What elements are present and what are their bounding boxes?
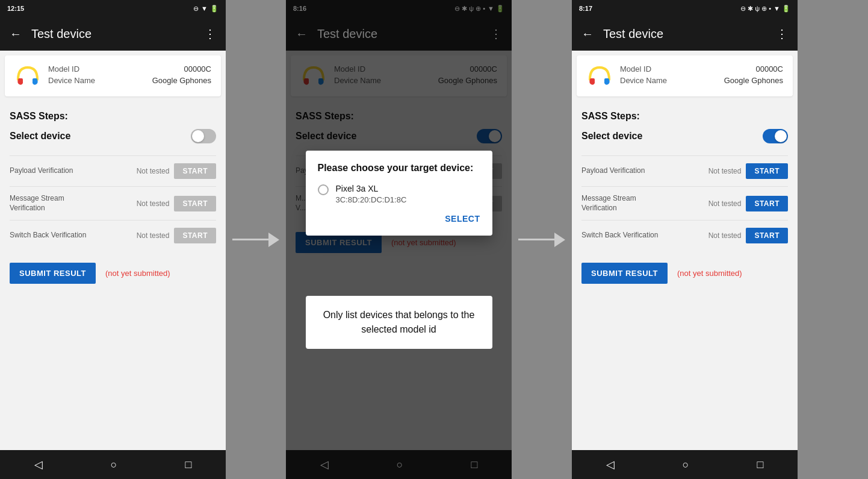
- app-title-3: Test device: [603, 27, 766, 41]
- main-container: 12:15 ⊖ ▼ 🔋 ← Test device ⋮: [0, 0, 868, 479]
- arrow-body-2: [518, 239, 554, 240]
- device-chooser-dialog: Please choose your target device: Pixel …: [306, 151, 492, 236]
- submit-row-1: SUBMIT RESULT (not yet submitted): [10, 263, 216, 284]
- submit-button-1[interactable]: SUBMIT RESULT: [10, 263, 96, 284]
- radio-button-0[interactable]: [318, 184, 329, 195]
- menu-button-1[interactable]: ⋮: [204, 27, 216, 41]
- tooltip-box: Only list devices that belongs to the se…: [306, 296, 492, 349]
- step-status-3-1: Not tested: [699, 199, 741, 208]
- arrow-head-2: [554, 233, 565, 247]
- screen-content-3: Model ID 00000C Device Name Google Gphon…: [572, 51, 798, 450]
- select-device-row-3: Select device: [581, 129, 788, 143]
- nav-bar-3: ◁ ○ □: [572, 450, 798, 479]
- main-content-1: SASS Steps: Select device Payload Verifi…: [0, 101, 226, 450]
- step-row-1-1: Message StreamVerification Not tested ST…: [10, 186, 216, 220]
- dialog-device-mac-0: 3C:8D:20:DC:D1:8C: [336, 195, 407, 204]
- model-row-1: Model ID 00000C: [48, 64, 211, 74]
- nav-home-3[interactable]: ○: [683, 459, 689, 471]
- status-bar-1: 12:15 ⊖ ▼ 🔋: [0, 0, 226, 17]
- step-row-1-2: Switch Back Verification Not tested STAR…: [10, 220, 216, 251]
- step-row-1-0: Payload Verification Not tested START: [10, 155, 216, 186]
- dialog-select-button[interactable]: SELECT: [445, 214, 480, 224]
- submit-row-3: SUBMIT RESULT (not yet submitted): [581, 263, 788, 284]
- dialog-device-name-0: Pixel 3a XL: [336, 183, 407, 195]
- select-device-toggle-3[interactable]: [763, 129, 788, 143]
- device-info-3: Model ID 00000C Device Name Google Gphon…: [620, 64, 783, 87]
- device-card-1: Model ID 00000C Device Name Google Gphon…: [5, 55, 221, 96]
- nav-recent-3[interactable]: □: [757, 459, 764, 471]
- device-name-label-3: Device Name: [620, 76, 667, 85]
- step-status-3-2: Not tested: [699, 231, 741, 240]
- status-bar-3: 8:17 ⊖ ✱ ψ ⊕ • ▼ 🔋: [572, 0, 798, 17]
- arrow-2: [512, 233, 572, 247]
- step-status-1-2: Not tested: [127, 231, 169, 240]
- step-status-1-1: Not tested: [127, 199, 169, 208]
- device-info-1: Model ID 00000C Device Name Google Gphon…: [48, 64, 211, 87]
- start-button-3-0[interactable]: START: [746, 163, 788, 179]
- nav-home-1[interactable]: ○: [111, 459, 117, 471]
- select-device-toggle-1[interactable]: [191, 129, 216, 143]
- device-card-3: Model ID 00000C Device Name Google Gphon…: [577, 55, 793, 96]
- arrow-1: [226, 233, 286, 247]
- screen-content-1: Model ID 00000C Device Name Google Gphon…: [0, 51, 226, 450]
- dialog-overlay: Please choose your target device: Pixel …: [286, 0, 512, 479]
- device-name-row-3: Device Name Google Gphones: [620, 76, 783, 85]
- step-name-3-0: Payload Verification: [581, 166, 694, 176]
- sass-heading-3: SASS Steps:: [581, 111, 788, 122]
- model-label-1: Model ID: [48, 64, 79, 74]
- not-submitted-label-1: (not yet submitted): [105, 269, 170, 278]
- menu-button-3[interactable]: ⋮: [776, 27, 788, 41]
- step-name-3-1: Message StreamVerification: [581, 194, 694, 213]
- step-status-1-0: Not tested: [127, 167, 169, 175]
- device-logo-1: [14, 63, 41, 89]
- dialog-device-info-0: Pixel 3a XL 3C:8D:20:DC:D1:8C: [336, 183, 407, 204]
- dialog-title: Please choose your target device:: [318, 163, 480, 174]
- model-value-3: 00000C: [755, 64, 783, 74]
- step-row-3-0: Payload Verification Not tested START: [581, 155, 788, 186]
- back-button-3[interactable]: ←: [581, 27, 594, 41]
- step-name-1-2: Switch Back Verification: [10, 231, 122, 240]
- nav-back-1[interactable]: ◁: [34, 458, 43, 471]
- start-button-3-1[interactable]: START: [746, 196, 788, 211]
- step-row-3-1: Message StreamVerification Not tested ST…: [581, 186, 788, 220]
- arrow-body-1: [232, 239, 268, 240]
- time-1: 12:15: [7, 5, 24, 12]
- select-device-label-3: Select device: [581, 131, 642, 142]
- step-name-3-2: Switch Back Verification: [581, 231, 694, 240]
- status-icons-1: ⊖ ▼ 🔋: [193, 5, 219, 13]
- nav-back-3[interactable]: ◁: [606, 458, 615, 471]
- step-name-1-0: Payload Verification: [10, 166, 122, 176]
- device-name-value-3: Google Gphones: [724, 76, 783, 85]
- arrow-shape-2: [518, 233, 565, 247]
- status-icons-3: ⊖ ✱ ψ ⊕ • ▼ 🔋: [740, 5, 790, 13]
- dialog-actions: SELECT: [318, 214, 480, 224]
- toggle-knob-3: [775, 130, 787, 142]
- device-name-row-1: Device Name Google Gphones: [48, 76, 211, 85]
- device-name-label-1: Device Name: [48, 76, 95, 85]
- step-status-3-0: Not tested: [699, 167, 741, 175]
- nav-recent-1[interactable]: □: [185, 459, 192, 471]
- start-button-1-2[interactable]: START: [174, 228, 216, 243]
- start-button-1-0[interactable]: START: [174, 163, 216, 179]
- app-bar-1: ← Test device ⋮: [0, 17, 226, 51]
- submit-button-3[interactable]: SUBMIT RESULT: [581, 263, 668, 284]
- toggle-knob-1: [192, 130, 204, 142]
- select-device-label-1: Select device: [10, 131, 70, 142]
- back-button-1[interactable]: ←: [10, 27, 22, 41]
- device-logo-3: [586, 63, 613, 89]
- model-row-3: Model ID 00000C: [620, 64, 783, 74]
- start-button-3-2[interactable]: START: [746, 228, 788, 243]
- dialog-option-0[interactable]: Pixel 3a XL 3C:8D:20:DC:D1:8C: [318, 183, 480, 204]
- start-button-1-1[interactable]: START: [174, 196, 216, 211]
- screen2: 8:16 ⊖ ✱ ψ ⊕ • ▼ 🔋 ← Test device ⋮: [286, 0, 512, 479]
- step-name-1-1: Message StreamVerification: [10, 194, 122, 213]
- time-3: 8:17: [579, 5, 592, 12]
- model-label-3: Model ID: [620, 64, 651, 74]
- sass-heading-1: SASS Steps:: [10, 111, 216, 122]
- arrow-shape-1: [232, 233, 279, 247]
- step-row-3-2: Switch Back Verification Not tested STAR…: [581, 220, 788, 251]
- screen1: 12:15 ⊖ ▼ 🔋 ← Test device ⋮: [0, 0, 226, 479]
- main-content-3: SASS Steps: Select device Payload Verifi…: [572, 101, 798, 450]
- model-value-1: 00000C: [184, 64, 211, 74]
- not-submitted-label-3: (not yet submitted): [677, 269, 742, 278]
